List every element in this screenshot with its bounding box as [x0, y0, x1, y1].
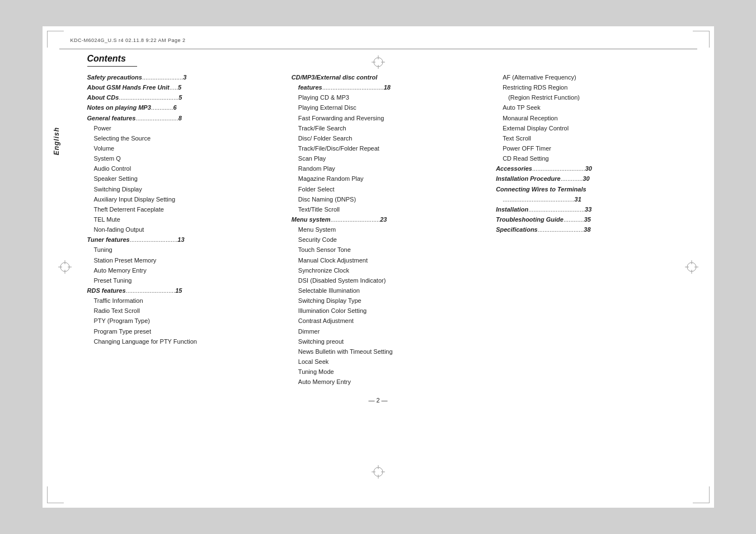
list-item: Text/Title Scroll [292, 204, 487, 214]
list-item: Safety precautions......................… [87, 72, 283, 82]
list-item: Touch Sensor Tone [292, 245, 487, 255]
list-item: PTY (Program Type) [87, 316, 283, 326]
list-item: Random Play [292, 163, 487, 174]
list-item: Installation ...........................… [496, 204, 691, 214]
list-item: Tuner features..........................… [87, 235, 283, 245]
crosshair-left [58, 260, 72, 274]
list-item: Theft Deterrent Faceplate [87, 204, 283, 214]
list-item: Manual Clock Adjustment [292, 255, 487, 265]
list-item: Fast Forwarding and Reversing [292, 113, 487, 123]
list-item: Speaker Setting [87, 174, 283, 184]
main-content: Contents Safety precautions.............… [87, 54, 692, 387]
crosshair-right [685, 260, 698, 274]
top-divider [59, 49, 697, 49]
list-item: Auxiliary Input Display Setting [87, 194, 283, 204]
list-item: TEL Mute [87, 214, 283, 224]
list-item: Accessories.............................… [496, 163, 691, 174]
list-item: About CDs...............................… [87, 92, 283, 102]
list-item: CD/MP3/External disc control [292, 72, 487, 82]
list-item: Power [87, 123, 283, 133]
side-label: English [53, 127, 60, 155]
list-item: Security Code [292, 235, 487, 245]
list-item: Auto Memory Entry [87, 265, 283, 275]
list-item: External Display Control [496, 123, 691, 133]
corner-br [693, 486, 710, 503]
contents-title: Contents [87, 54, 137, 67]
list-item: Non-fading Output [87, 224, 283, 235]
list-item: Specifications .........................… [496, 224, 691, 235]
list-item: General features .......................… [87, 113, 283, 123]
list-item: Restricting RDS Region [496, 82, 691, 92]
col1: Safety precautions......................… [87, 72, 292, 346]
list-item: Scan Play [292, 153, 487, 163]
list-item: Traffic Information [87, 296, 283, 306]
list-item: Station Preset Memory [87, 255, 283, 265]
list-item: Selectable Illumination [292, 285, 487, 296]
list-item: CD Read Setting [496, 153, 691, 163]
list-item: Track/File/Disc/Folder Repeat [292, 143, 487, 153]
list-item: Auto TP Seek [496, 102, 691, 113]
list-item: About GSM Hands Free Unit .....5 [87, 82, 283, 92]
list-item: Local Seek [292, 357, 487, 367]
list-item: Changing Language for PTY Function [87, 336, 283, 346]
list-item: Notes on playing MP3 .............6 [87, 102, 283, 113]
list-item: Menu System [292, 224, 487, 235]
crosshair-bottom [372, 465, 385, 479]
list-item: Disc Naming (DNPS) [292, 194, 487, 204]
list-item: Radio Text Scroll [87, 306, 283, 316]
list-item: Disc/ Folder Search [292, 133, 487, 143]
corner-bl [47, 486, 64, 503]
list-item: News Bulletin with Timeout Setting [292, 346, 487, 357]
list-item: Tuning Mode [292, 367, 487, 377]
list-item: Menu system.............................… [292, 214, 487, 224]
list-item: Contrast Adjustment [292, 316, 487, 326]
list-item: Switching Display Type [292, 296, 487, 306]
list-item: Connecting Wires to Terminals [496, 184, 691, 194]
page-number: — 2 — [59, 397, 697, 404]
list-item: Dimmer [292, 326, 487, 336]
list-item: Power OFF Timer [496, 143, 691, 153]
list-item: Preset Tuning [87, 275, 283, 285]
list-item: Illumination Color Setting [292, 306, 487, 316]
list-item: DSI (Disabled System Indicator) [292, 275, 487, 285]
col2: CD/MP3/External disc control features ..… [292, 72, 496, 387]
list-item: ........................................… [496, 194, 691, 204]
list-item: features ...............................… [292, 82, 487, 92]
list-item: Auto Memory Entry [292, 377, 487, 387]
file-info: KDC-M6024G_U.S r4 02.11.8 9:22 AM Page 2 [59, 38, 697, 43]
list-item: Text Scroll [496, 133, 691, 143]
list-item: Magazine Random Play [292, 174, 487, 184]
list-item: Troubleshooting Guide ............35 [496, 214, 691, 224]
list-item: Selecting the Source [87, 133, 283, 143]
list-item: Monaural Reception [496, 113, 691, 123]
list-item: Tuning [87, 245, 283, 255]
list-item: Program Type preset [87, 326, 283, 336]
list-item: Synchronize Clock [292, 265, 487, 275]
corner-tl [47, 31, 64, 48]
columns: Safety precautions......................… [87, 72, 692, 387]
list-item: Switching Display [87, 184, 283, 194]
list-item: AF (Alternative Frequency) [496, 72, 691, 82]
list-item: Audio Control [87, 163, 283, 174]
list-item: Track/File Search [292, 123, 487, 133]
list-item: Playing External Disc [292, 102, 487, 113]
list-item: RDS features............................… [87, 285, 283, 296]
page-outer: KDC-M6024G_U.S r4 02.11.8 9:22 AM Page 2… [43, 26, 714, 508]
crosshair-top [372, 55, 385, 69]
col3: AF (Alternative Frequency)Restricting RD… [496, 72, 691, 235]
list-item: Playing CD & MP3 [292, 92, 487, 102]
list-item: System Q [87, 153, 283, 163]
list-item: Switching preout [292, 336, 487, 346]
list-item: Installation Procedure .............30 [496, 174, 691, 184]
list-item: Volume [87, 143, 283, 153]
corner-tr [693, 31, 710, 48]
list-item: (Region Restrict Function) [496, 92, 691, 102]
list-item: Folder Select [292, 184, 487, 194]
